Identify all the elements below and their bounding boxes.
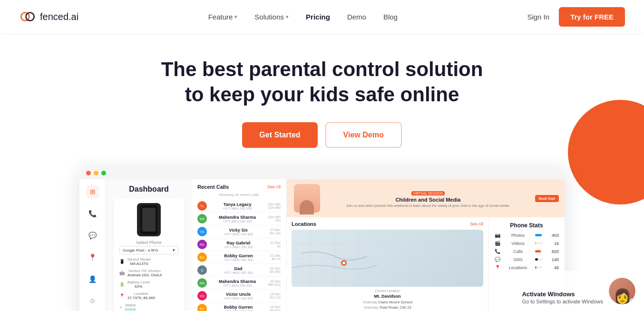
call-item: D Dad +977-9841 030 300 20 Dec 3m 45s — [197, 264, 281, 277]
session-tag: VIRTUAL SESSION — [411, 191, 445, 195]
call-number: +977-9841 030 300 — [210, 310, 267, 311]
call-item: RG Ray Gabriel +977-9841 030 300 21 Dec … — [197, 238, 281, 251]
hero-buttons: Get Started View Demo — [10, 122, 634, 148]
call-time: 10m 38s — [268, 203, 281, 206]
battery-row: 🔋 Battery Level 62% — [119, 280, 178, 289]
dashboard-device-panel: Dashboard Select Phone Google Pixel - 4.… — [106, 179, 192, 311]
call-avatar: BG — [197, 304, 207, 311]
call-time: 21 Dec — [270, 254, 281, 257]
dashboard-preview: ⊞ 📞 💬 📍 👤 ⚙ Dashboard — [60, 167, 584, 311]
call-name: Mahendra Sharma — [210, 279, 265, 284]
nav-demo[interactable]: Demo — [347, 13, 366, 21]
chevron-icon: ▾ — [286, 14, 289, 20]
stat-count: 16 — [546, 241, 559, 246]
call-duration: 3s — [270, 244, 281, 248]
book-seat-button[interactable]: Book Seat — [535, 195, 559, 202]
locations-title: Locations — [292, 221, 316, 227]
device-model-row: 📱 Device Model SM-A137G — [119, 257, 178, 266]
call-item: VU Victor Uncle +977-9841 030 300 19 Dec… — [197, 290, 281, 302]
stat-bar-wrap — [535, 266, 543, 269]
sidebar-settings-icon[interactable]: ⚙ — [86, 294, 99, 308]
device-select[interactable]: Google Pixel - 4.5FG ▾ — [119, 246, 178, 254]
call-time: 19 Dec — [270, 292, 281, 296]
activate-desc: Go to Settings to activate Windows — [522, 299, 603, 304]
get-started-button[interactable]: Get Started — [242, 122, 317, 148]
call-avatar: RG — [197, 240, 207, 249]
stat-bar-wrap — [535, 242, 543, 244]
stat-bar — [535, 266, 537, 269]
sidebar-phone-icon[interactable]: 📞 — [86, 207, 99, 220]
call-info: Ray Gabriel +977-9841 030 300 — [210, 241, 267, 249]
device-card: Select Phone Google Pixel - 4.5FG ▾ 📱 De… — [114, 198, 184, 311]
locations-see-all[interactable]: See All — [470, 222, 483, 226]
stat-label: SMS — [504, 257, 532, 262]
call-duration: 4m 17s — [270, 296, 281, 299]
view-demo-button[interactable]: View Demo — [325, 122, 402, 148]
stat-label: Calls — [504, 249, 532, 254]
call-avatar: VU — [197, 291, 207, 301]
call-time: 19 Dec — [270, 305, 281, 309]
nav-blog[interactable]: Blog — [383, 13, 398, 21]
call-item: BG Bobby Gurren +977-9841 030 300 21 Dec… — [197, 251, 281, 264]
chevron-icon: ▾ — [234, 14, 237, 20]
call-item: VS Vicky Six +977-9841 030 300 27 Dec 9m… — [197, 225, 281, 238]
nav-pricing[interactable]: Pricing — [306, 13, 330, 21]
logo-text: fenced.ai — [40, 11, 78, 22]
call-name: Dad — [210, 266, 267, 271]
sidebar-chat-icon[interactable]: 💬 — [86, 229, 99, 242]
calls-see-all[interactable]: See All — [267, 185, 281, 189]
nav-feature[interactable]: Feature ▾ — [208, 13, 238, 21]
nav-solutions[interactable]: Solutions ▾ — [254, 13, 289, 21]
call-avatar: MS — [197, 278, 207, 288]
call-number: +977-9841 030 300 — [210, 258, 267, 262]
hero-title: The best parental control solution to ke… — [160, 57, 484, 107]
call-number: +977-9841 030 300 — [210, 220, 265, 223]
try-free-button[interactable]: Try for FREE — [559, 7, 625, 27]
call-info: Dad +977-9841 030 300 — [210, 266, 267, 274]
call-duration: 48m 21s — [268, 283, 281, 286]
phone-stats-title: Phone Stats — [494, 222, 559, 229]
stat-label: Locations — [504, 265, 532, 270]
stat-icon: 💬 — [494, 257, 501, 262]
calls-subtitle: Showing 10 recent calls — [197, 193, 281, 197]
dashboard-content: ⊞ 📞 💬 📍 👤 ⚙ Dashboard — [79, 179, 565, 311]
sidebar-location-icon[interactable]: 📍 — [86, 251, 99, 264]
phone-image — [137, 203, 161, 236]
call-avatar: BG — [197, 253, 207, 262]
stat-icon: 📷 — [494, 233, 501, 238]
sign-in-link[interactable]: Sign In — [527, 13, 549, 21]
activate-avatar: 👩 — [609, 278, 635, 304]
sidebar-home-icon[interactable]: ⊞ — [86, 185, 99, 198]
stat-bar-wrap — [535, 258, 543, 261]
call-time: 20 Dec — [270, 267, 281, 270]
call-duration: 4m 1s — [270, 257, 281, 261]
stat-item: 📍 Locations 46 — [494, 265, 559, 270]
logo-icon — [19, 11, 36, 22]
call-info: Tanya Legacy +977-9841 030 300 — [210, 202, 265, 210]
session-image — [293, 184, 321, 213]
stat-icon: 📍 — [494, 265, 501, 270]
stat-label: Photos — [504, 233, 532, 238]
call-avatar: D — [197, 265, 207, 275]
stat-icon: 📞 — [494, 249, 501, 254]
device-os-row: 🤖 Device OS Version Android 10G, OneUl — [119, 269, 178, 277]
svg-point-1 — [26, 12, 34, 20]
call-name: Bobby Gurren — [210, 253, 267, 258]
stat-bar — [535, 258, 538, 261]
session-title: Children and Social Media — [326, 197, 530, 203]
stat-item: 💬 SMS 140 — [494, 257, 559, 262]
call-info: Bobby Gurren +977-9841 030 300 — [210, 305, 267, 311]
call-info: Bobby Gurren +977-9841 030 300 — [210, 253, 267, 262]
call-number: +977-9841 030 300 — [210, 271, 267, 274]
window-dot-red — [86, 171, 91, 175]
window-titlebar — [79, 167, 565, 179]
hero-section: The best parental control solution to ke… — [0, 33, 644, 311]
sidebar-person-icon[interactable]: 👤 — [86, 272, 99, 286]
call-time: 20 Dec — [268, 280, 281, 283]
call-time: 13m 50s — [268, 215, 281, 219]
dashboard-title: Dashboard — [114, 185, 184, 194]
logo[interactable]: fenced.ai — [19, 11, 78, 22]
call-item: MS Mahendra Sharma +977-9841 030 300 20 … — [197, 277, 281, 290]
call-name: Bobby Gurren — [210, 305, 267, 310]
stat-count: 820 — [546, 249, 559, 254]
